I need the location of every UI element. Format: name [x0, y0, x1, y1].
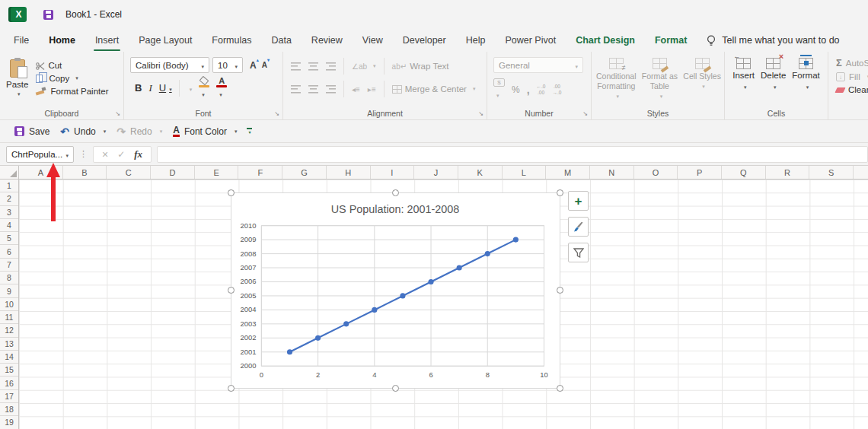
formula-input[interactable] [157, 146, 868, 163]
qat-undo-button[interactable]: ↶ Undo [55, 123, 111, 140]
tab-view[interactable]: View [353, 29, 393, 52]
column-header-L[interactable]: L [503, 166, 547, 179]
top-align-icon[interactable] [291, 62, 301, 71]
row-header-17[interactable]: 17 [0, 390, 18, 403]
copy-button[interactable]: Copy [36, 74, 108, 83]
cancel-icon[interactable]: × [102, 148, 108, 160]
chart-resize-handle-bottom-left[interactable] [228, 385, 235, 392]
number-dialog-launcher-icon[interactable]: ↘ [582, 110, 588, 117]
row-header-16[interactable]: 16 [0, 377, 18, 389]
column-header-D[interactable]: D [151, 166, 195, 179]
tab-help[interactable]: Help [456, 29, 496, 52]
tab-review[interactable]: Review [302, 29, 353, 52]
font-size-select[interactable]: 10 [212, 57, 243, 73]
select-all-button[interactable] [0, 166, 19, 179]
decrease-font-size-button[interactable]: A▾ [262, 60, 270, 69]
cell-styles-button[interactable]: Cell Styles [683, 58, 721, 107]
merge-center-button[interactable]: Merge & Center [392, 84, 476, 94]
row-header-5[interactable]: 5 [0, 232, 18, 245]
column-header-S[interactable]: S [809, 166, 854, 179]
row-header-12[interactable]: 12 [0, 324, 18, 337]
italic-button[interactable]: I [148, 82, 152, 94]
insert-cells-button[interactable]: Insert [732, 58, 755, 107]
qat-save-button[interactable]: Save [9, 124, 55, 139]
name-box[interactable]: ChrtPopula... [6, 146, 74, 163]
enter-icon[interactable]: ✓ [117, 149, 125, 160]
tab-power-pivot[interactable]: Power Pivot [495, 29, 566, 52]
chart-styles-button[interactable] [568, 217, 589, 237]
chart-resize-handle-middle-right[interactable] [557, 287, 563, 294]
column-header-G[interactable]: G [282, 166, 327, 179]
orientation-button[interactable]: ∠ab [352, 62, 376, 71]
column-header-I[interactable]: I [371, 166, 415, 179]
chart-resize-handle-bottom-right[interactable] [557, 385, 563, 392]
row-header-15[interactable]: 15 [0, 364, 18, 377]
tab-chart-design[interactable]: Chart Design [566, 29, 645, 52]
row-header-9[interactable]: 9 [0, 284, 18, 297]
row-header-6[interactable]: 6 [0, 245, 18, 258]
column-header-O[interactable]: O [634, 166, 678, 179]
tab-home[interactable]: Home [39, 29, 85, 52]
column-header-B[interactable]: B [63, 166, 107, 179]
font-color-button[interactable]: A [216, 77, 227, 99]
autosum-button[interactable]: Σ AutoSum [836, 57, 868, 68]
bottom-align-icon[interactable] [326, 62, 336, 71]
decrease-indent-icon[interactable]: ◂≡ [352, 85, 360, 94]
tab-file[interactable]: File [4, 29, 39, 52]
row-header-10[interactable]: 10 [0, 298, 18, 311]
row-header-13[interactable]: 13 [0, 338, 18, 351]
row-header-8[interactable]: 8 [0, 272, 18, 284]
chart-object[interactable]: 2000200120022003200420052006200720082009… [231, 192, 560, 389]
increase-decimal-icon[interactable]: ←.0.00 [537, 84, 546, 95]
chart-resize-handle-top-right[interactable] [557, 189, 563, 196]
column-header-C[interactable]: C [107, 166, 151, 179]
format-cells-button[interactable]: Format [792, 58, 819, 107]
accounting-format-button[interactable]: $ [493, 78, 505, 100]
column-header-Q[interactable]: Q [722, 166, 766, 179]
column-header-K[interactable]: K [458, 166, 503, 179]
chart-resize-handle-top-center[interactable] [392, 189, 399, 196]
font-family-select[interactable]: Calibri (Body) [130, 57, 209, 73]
fill-button[interactable]: ↓ Fill [836, 72, 868, 81]
tab-page-layout[interactable]: Page Layout [129, 29, 202, 52]
format-painter-button[interactable]: Format Painter [36, 87, 108, 96]
alignment-dialog-launcher-icon[interactable]: ↘ [478, 110, 483, 117]
clear-button[interactable]: Clear [836, 85, 868, 94]
tab-formulas[interactable]: Formulas [202, 29, 261, 52]
qat-customize-icon[interactable]: ▾ [247, 128, 252, 135]
clipboard-dialog-launcher-icon[interactable]: ↘ [115, 110, 120, 117]
delete-cells-button[interactable]: Delete [761, 58, 786, 107]
fill-color-button[interactable] [199, 78, 209, 99]
chart-resize-handle-middle-left[interactable] [228, 287, 235, 294]
conditional-formatting-button[interactable]: Conditional Formatting [596, 58, 637, 107]
bold-button[interactable]: B [135, 82, 142, 94]
cut-button[interactable]: Cut [36, 61, 108, 70]
tab-insert[interactable]: Insert [85, 29, 129, 52]
comma-style-button[interactable]: , [527, 84, 530, 96]
save-icon[interactable] [43, 10, 53, 20]
chart-resize-handle-top-left[interactable] [228, 189, 235, 196]
row-header-1[interactable]: 1 [0, 180, 18, 192]
row-header-4[interactable]: 4 [0, 219, 18, 232]
format-as-table-button[interactable]: Format as Table [641, 58, 679, 107]
column-header-R[interactable]: R [766, 166, 810, 179]
column-header-N[interactable]: N [590, 166, 634, 179]
column-header-H[interactable]: H [327, 166, 371, 179]
column-header-P[interactable]: P [678, 166, 722, 179]
align-center-icon[interactable] [308, 85, 318, 94]
row-header-19[interactable]: 19 [0, 416, 18, 429]
row-header-11[interactable]: 11 [0, 311, 18, 324]
drag-handle-icon[interactable]: ⋮ [79, 149, 88, 159]
middle-align-icon[interactable] [308, 62, 318, 71]
increase-font-size-button[interactable]: A▴ [250, 60, 259, 71]
tab-format[interactable]: Format [645, 29, 697, 52]
row-header-18[interactable]: 18 [0, 403, 18, 416]
wrap-text-button[interactable]: ab↵ Wrap Text [392, 62, 449, 71]
chart-elements-button[interactable]: + [568, 191, 589, 211]
align-right-icon[interactable] [326, 85, 336, 94]
column-header-M[interactable]: M [546, 166, 590, 179]
underline-button[interactable]: U [159, 82, 172, 94]
borders-button[interactable] [187, 82, 193, 94]
qat-font-color-button[interactable]: A Font Color [168, 123, 242, 139]
tab-data[interactable]: Data [261, 29, 301, 52]
